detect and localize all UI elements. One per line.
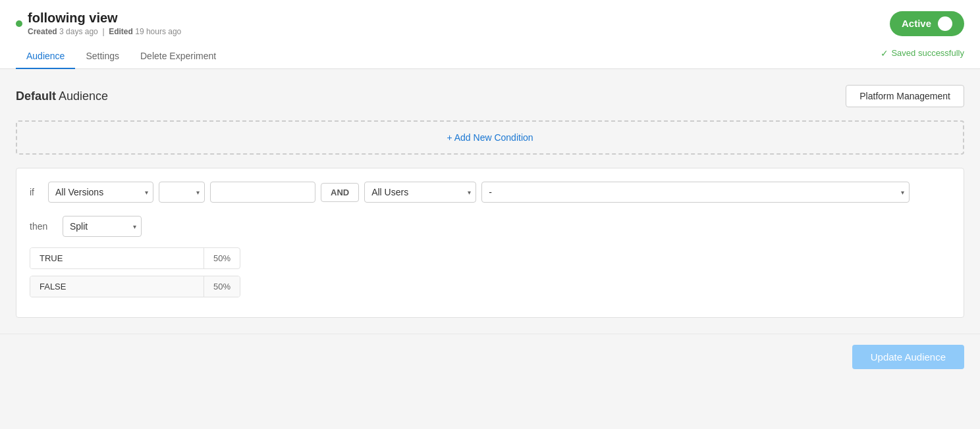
edited-label: Edited [109,27,133,36]
split-select[interactable]: Split Single [63,216,142,237]
active-label: Active [902,18,931,29]
true-label: TRUE [30,248,204,268]
platform-management-button[interactable]: Platform Management [846,85,964,107]
tab-delete-experiment[interactable]: Delete Experiment [130,44,227,69]
add-condition-box: + Add New Condition [16,120,964,155]
if-label: if [30,187,43,197]
title-area: following view Created 3 days ago | Edit… [16,11,181,36]
created-label: Created [28,27,57,36]
versions-select[interactable]: All Versions Version 1 Version 2 [48,182,153,203]
versions-select-wrapper[interactable]: All Versions Version 1 Version 2 ▾ [48,182,153,203]
experiment-title: following view [28,11,181,26]
rule-card: if All Versions Version 1 Version 2 ▾ = … [16,168,964,318]
edited-value: 19 hours ago [135,27,181,36]
status-dot [16,20,22,27]
default-word: Default [16,89,56,103]
true-pct: 50% [204,248,240,268]
dash-select[interactable]: - [481,182,910,203]
header: following view Created 3 days ago | Edit… [0,0,980,69]
false-split-row: FALSE 50% [30,276,240,297]
dash-select-wrapper[interactable]: - ▾ [481,182,910,203]
meta-info: Created 3 days ago | Edited 19 hours ago [28,27,181,36]
operator-select-wrapper[interactable]: = != > < ▾ [159,182,205,203]
true-split-row: TRUE 50% [30,247,240,269]
tabs-nav: Audience Settings Delete Experiment [16,44,227,68]
audience-word: Audience [59,89,108,103]
add-condition-link[interactable]: + Add New Condition [447,132,533,143]
value-input[interactable] [210,182,315,203]
tab-audience[interactable]: Audience [16,44,75,69]
saved-text: Saved successfully [891,48,964,58]
main-content: Default Audience Platform Management + A… [0,69,980,334]
users-select-wrapper[interactable]: All Users New Users Returning Users ▾ [364,182,476,203]
false-label: FALSE [30,276,204,297]
if-row: if All Versions Version 1 Version 2 ▾ = … [30,182,950,203]
then-row: then Split Single ▾ [30,216,950,237]
audience-header: Default Audience Platform Management [16,85,964,107]
split-select-wrapper[interactable]: Split Single ▾ [63,216,142,237]
users-select[interactable]: All Users New Users Returning Users [364,182,476,203]
then-label: then [30,221,55,232]
created-value: 3 days ago [59,27,98,36]
toggle-circle [938,16,952,31]
footer: Update Audience [0,334,980,380]
saved-badge: ✓ Saved successfully [881,48,964,65]
operator-select[interactable]: = != > < [159,182,205,203]
audience-title: Default Audience [16,89,108,103]
update-audience-button[interactable]: Update Audience [852,345,964,369]
and-badge: AND [321,183,359,202]
check-icon: ✓ [881,48,888,59]
active-toggle[interactable]: Active [890,11,964,36]
false-pct: 50% [204,276,240,297]
tab-settings[interactable]: Settings [75,44,130,69]
